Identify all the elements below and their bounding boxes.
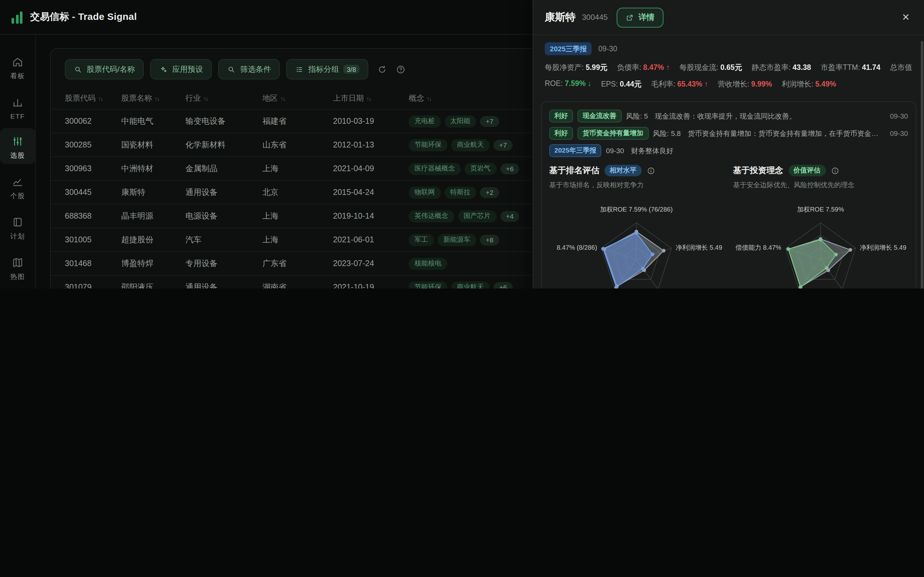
sidebar-item-计划[interactable]: 计划 bbox=[0, 209, 36, 245]
signal-badge: 利好 bbox=[549, 127, 573, 140]
concept-tag: 充电桩 bbox=[409, 115, 441, 127]
cell-date: 2023-07-24 bbox=[333, 259, 409, 268]
concept-tag: 英伟达概念 bbox=[409, 210, 454, 222]
search-input[interactable]: 股票代码/名称 bbox=[65, 59, 144, 79]
sidebar-item-ETF[interactable]: ETF bbox=[0, 89, 36, 124]
concept-tag: 太阳能 bbox=[444, 115, 476, 127]
svg-text:加权ROE 7.59%: 加权ROE 7.59% bbox=[797, 206, 844, 213]
value-evaluation-title: 基于投资理念 bbox=[733, 165, 783, 176]
map-icon bbox=[8, 254, 27, 271]
evaluation-card: 利好现金流改善风险: 5 现金流改善：收现率提升，现金流同比改善。09-30利好… bbox=[541, 101, 916, 288]
signal-date: 09-30 bbox=[890, 112, 908, 120]
column-header-上市日期[interactable]: 上市日期↑↓ bbox=[333, 93, 409, 103]
info-icon[interactable] bbox=[830, 166, 839, 175]
cell-code: 300285 bbox=[65, 140, 121, 149]
concept-tag: 新能源车 bbox=[438, 234, 476, 246]
cell-industry: 通用设备 bbox=[186, 282, 262, 288]
signal-text: 风险: 5 现金流改善：收现率提升，现金流同比改善。 bbox=[626, 111, 885, 121]
list-icon bbox=[296, 65, 304, 73]
cell-name: 博盈特焊 bbox=[121, 258, 186, 269]
concept-tag: 商业航天 bbox=[451, 139, 489, 151]
concept-tag: 节能环保 bbox=[409, 281, 447, 288]
value-evaluation-subtitle: 基于安全边际优先、风险控制优先的理念 bbox=[733, 181, 908, 190]
signal-badge: 2025年三季报 bbox=[549, 144, 602, 157]
column-header-地区[interactable]: 地区↑↓ bbox=[262, 93, 333, 103]
cell-code: 688368 bbox=[65, 211, 121, 221]
cell-date: 2021-04-09 bbox=[333, 164, 409, 173]
detail-button[interactable]: 详情 bbox=[617, 7, 664, 27]
cell-name: 国瓷材料 bbox=[121, 139, 186, 150]
svg-text:8.47% (8/286): 8.47% (8/286) bbox=[557, 244, 597, 251]
signal-row: 利好现金流改善风险: 5 现金流改善：收现率提升，现金流同比改善。09-30 bbox=[549, 110, 908, 122]
concept-more-tag: +7 bbox=[480, 116, 499, 127]
sidebar-item-选股[interactable]: 选股 bbox=[0, 128, 36, 164]
sidebar-item-label: 选股 bbox=[10, 151, 25, 160]
cell-industry: 金属制品 bbox=[186, 163, 262, 174]
indicator-group-count-badge: 3/8 bbox=[344, 65, 359, 74]
column-header-股票代码[interactable]: 股票代码↑↓ bbox=[65, 93, 121, 103]
apply-preset-button[interactable]: 应用预设 bbox=[150, 59, 212, 79]
sliders-icon bbox=[8, 133, 27, 149]
cell-code: 300445 bbox=[65, 188, 121, 197]
signal-badge: 现金流改善 bbox=[577, 110, 622, 122]
refresh-button[interactable] bbox=[377, 64, 387, 74]
info-icon[interactable] bbox=[647, 166, 655, 175]
panel-stock-code: 300445 bbox=[582, 13, 607, 22]
external-link-icon bbox=[626, 13, 634, 21]
cell-region: 湖南省 bbox=[262, 282, 333, 288]
sidebar-item-label: 热图 bbox=[10, 272, 25, 282]
cell-region: 山东省 bbox=[262, 139, 333, 150]
signal-row: 2025年三季报09-30 财务整体良好 bbox=[549, 144, 908, 157]
svg-text:净利润增长 5.49: 净利润增长 5.49 bbox=[859, 244, 906, 251]
value-evaluation-badge: 价值评估 bbox=[788, 165, 825, 176]
sparkles-icon bbox=[160, 65, 168, 73]
notebook-icon bbox=[8, 213, 27, 230]
concept-tag: 节能环保 bbox=[409, 139, 447, 151]
concept-tag: 国产芯片 bbox=[458, 210, 496, 222]
cell-date: 2012-01-13 bbox=[333, 140, 409, 149]
sidebar-item-看板[interactable]: 看板 bbox=[0, 49, 36, 85]
cell-name: 晶丰明源 bbox=[121, 211, 186, 221]
panel-scrollbar[interactable] bbox=[921, 41, 923, 288]
metrics-row-2: ROE:7.59% ↓EPS:0.44元毛利率:65.43% ↑营收增长:9.9… bbox=[545, 79, 913, 89]
column-header-股票名称[interactable]: 股票名称↑↓ bbox=[121, 93, 186, 103]
indicator-group-button[interactable]: 指标分组 3/8 bbox=[286, 59, 368, 79]
sidebar-item-个股[interactable]: 个股 bbox=[0, 169, 36, 205]
sort-icon: ↑↓ bbox=[280, 95, 285, 102]
signal-row: 利好货币资金持有量增加风险: 5.8 货币资金持有量增加：货币资金持有量增加，在… bbox=[549, 127, 908, 140]
metric-静态市盈率: 静态市盈率:43.38 bbox=[752, 63, 811, 73]
metric-负债率: 负债率:8.47% ↑ bbox=[617, 63, 670, 73]
cell-region: 福建省 bbox=[262, 116, 333, 127]
home-icon bbox=[8, 53, 27, 70]
signal-badge: 利好 bbox=[549, 110, 573, 122]
rank-radar-chart: 加权ROE 7.59% (76/286)净利润增长 5.49资产周转率 0.29… bbox=[549, 192, 724, 288]
metric-每股现金流: 每股现金流:0.65元 bbox=[680, 63, 742, 73]
cell-name: 康斯特 bbox=[121, 187, 186, 198]
filter-label: 筛选条件 bbox=[240, 64, 271, 75]
help-button[interactable] bbox=[396, 64, 405, 74]
metric-利润增长: 利润增长:5.49% bbox=[782, 79, 837, 89]
sidebar-item-label: 看板 bbox=[10, 72, 25, 81]
metric-营收增长: 营收增长:9.99% bbox=[718, 79, 772, 89]
cell-industry: 电源设备 bbox=[186, 211, 262, 221]
sort-icon: ↑↓ bbox=[367, 95, 371, 102]
filter-button[interactable]: 筛选条件 bbox=[218, 59, 280, 79]
close-icon[interactable]: ✕ bbox=[899, 9, 913, 26]
sidebar-item-热图[interactable]: 热图 bbox=[0, 250, 36, 285]
cell-date: 2019-10-14 bbox=[333, 211, 409, 221]
metrics-row-1: 每股净资产:5.99元负债率:8.47% ↑每股现金流:0.65元静态市盈率:4… bbox=[545, 63, 913, 73]
app-window: 交易信标 - Trade Signal 看板ETF选股个股计划热图股东要闻题材 … bbox=[0, 0, 924, 288]
cell-industry: 通用设备 bbox=[186, 187, 262, 198]
app-title: 交易信标 - Trade Signal bbox=[30, 11, 137, 23]
cell-name: 邵阳液压 bbox=[121, 282, 186, 288]
cell-code: 301005 bbox=[65, 235, 121, 244]
report-period-badge: 2025三季报 bbox=[545, 42, 592, 55]
metric-ROE: ROE:7.59% ↓ bbox=[545, 79, 591, 89]
cell-industry: 输变电设备 bbox=[186, 116, 262, 127]
metric-市盈率TTM: 市盈率TTM:41.74 bbox=[821, 63, 880, 73]
concept-tag: 特斯拉 bbox=[444, 186, 476, 198]
metric-每股净资产: 每股净资产:5.99元 bbox=[545, 63, 607, 73]
sidebar-item-label: ETF bbox=[10, 112, 25, 120]
report-date: 09-30 bbox=[598, 45, 617, 53]
column-header-行业[interactable]: 行业↑↓ bbox=[186, 93, 262, 103]
